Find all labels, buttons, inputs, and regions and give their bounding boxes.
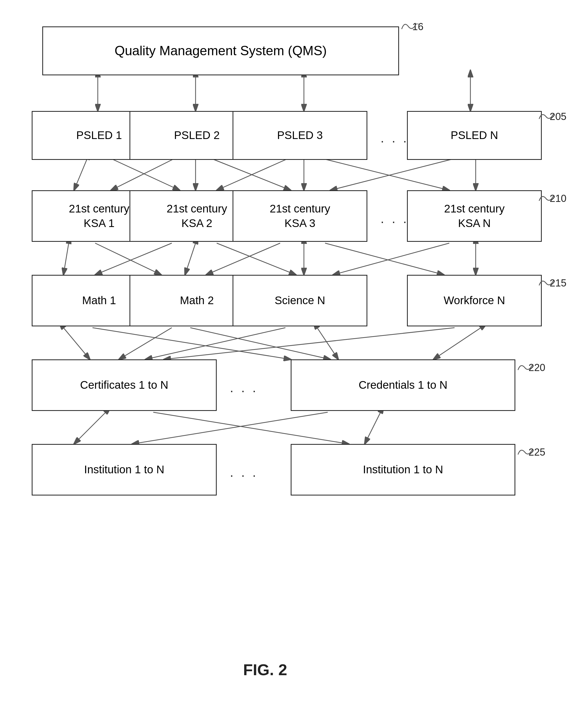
- creds-box: Credentials 1 to N: [291, 359, 515, 411]
- psledn-box: PSLED N: [407, 111, 542, 160]
- wavy-210: [537, 192, 558, 206]
- svg-line-28: [119, 328, 172, 359]
- ksa-dots: . . .: [381, 211, 409, 226]
- wavy-225: [515, 445, 537, 460]
- inst1-box: Institution 1 to N: [32, 444, 217, 495]
- svg-line-31: [317, 328, 338, 359]
- svg-line-38: [416, 24, 420, 34]
- svg-line-21: [206, 243, 280, 275]
- svg-line-14: [330, 159, 455, 190]
- wavy-16: [399, 19, 420, 34]
- sciencen-box: Science N: [233, 275, 368, 326]
- workforcen-box: Workforce N: [407, 275, 542, 326]
- qms-box: Quality Management System (QMS): [42, 26, 399, 75]
- diagram: Quality Management System (QMS) 16 PSLED…: [0, 0, 588, 718]
- svg-line-17: [95, 243, 161, 275]
- svg-line-36: [132, 412, 328, 444]
- svg-line-24: [333, 243, 449, 275]
- wavy-205: [537, 110, 558, 124]
- svg-line-16: [63, 243, 69, 275]
- inst-dots: . . .: [230, 465, 258, 480]
- wavy-220: [515, 361, 537, 375]
- svg-line-8: [111, 159, 174, 190]
- svg-line-13: [322, 159, 449, 190]
- svg-line-34: [74, 412, 106, 444]
- svg-line-23: [325, 243, 444, 275]
- svg-line-7: [111, 159, 180, 190]
- arrows-layer: [0, 0, 588, 718]
- svg-line-19: [185, 243, 195, 275]
- svg-line-35: [153, 412, 349, 444]
- svg-line-26: [63, 328, 90, 359]
- svg-line-33: [434, 328, 481, 359]
- svg-line-30: [145, 328, 286, 359]
- svg-line-11: [217, 159, 288, 190]
- certs-box: Certificates 1 to N: [32, 359, 217, 411]
- psled3-box: PSLED 3: [233, 111, 368, 160]
- psled-dots: . . .: [381, 131, 409, 145]
- svg-line-37: [365, 412, 381, 444]
- inst2-box: Institution 1 to N: [291, 444, 515, 495]
- svg-line-18: [95, 243, 172, 275]
- figure-label: FIG. 2: [243, 661, 287, 679]
- svg-line-20: [217, 243, 296, 275]
- wavy-215: [537, 276, 558, 291]
- ksa3-box: 21st century KSA 3: [233, 190, 368, 242]
- svg-line-29: [190, 328, 330, 359]
- svg-line-10: [211, 159, 291, 190]
- svg-line-6: [74, 159, 87, 190]
- certs-dots: . . .: [230, 381, 258, 395]
- ksan-box: 21st century KSA N: [407, 190, 542, 242]
- svg-line-32: [164, 328, 455, 359]
- svg-line-27: [92, 328, 291, 359]
